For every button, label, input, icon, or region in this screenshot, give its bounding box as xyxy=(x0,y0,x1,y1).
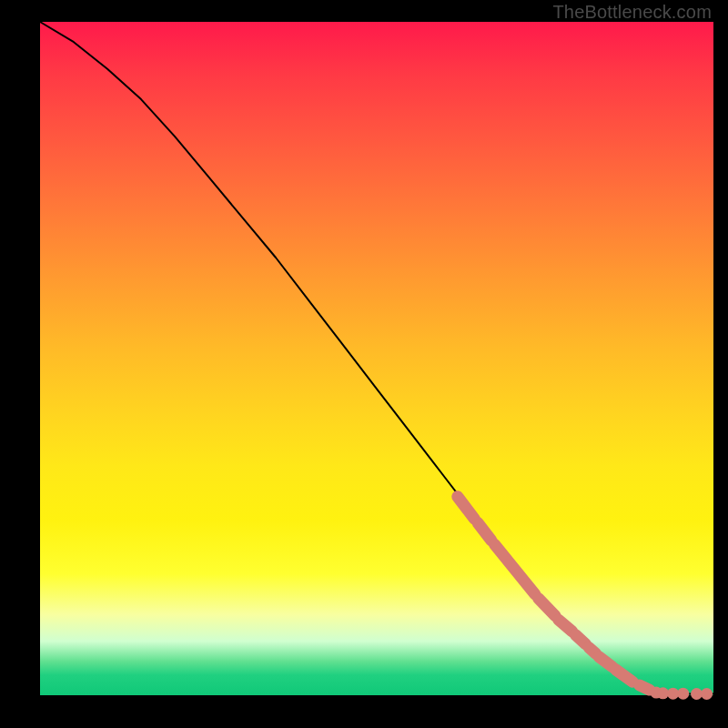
svg-point-12 xyxy=(667,688,679,700)
svg-line-1 xyxy=(478,523,491,541)
watermark-text: TheBottleneck.com xyxy=(552,2,712,23)
svg-line-5 xyxy=(575,634,585,643)
svg-line-9 xyxy=(640,685,650,690)
svg-point-13 xyxy=(677,688,689,700)
svg-point-15 xyxy=(701,688,713,700)
highlight-segments xyxy=(458,497,650,690)
svg-line-0 xyxy=(458,497,475,519)
highlight-dots xyxy=(651,687,713,700)
svg-line-7 xyxy=(599,657,612,667)
curve-line xyxy=(40,22,713,694)
svg-line-2 xyxy=(495,544,535,594)
svg-line-6 xyxy=(589,647,595,653)
plot-area xyxy=(40,22,713,695)
svg-line-8 xyxy=(616,670,633,682)
svg-line-3 xyxy=(539,598,556,615)
chart-container: TheBottleneck.com xyxy=(0,0,728,728)
svg-point-11 xyxy=(657,687,669,699)
chart-svg xyxy=(40,22,713,695)
svg-line-4 xyxy=(559,620,572,632)
svg-point-14 xyxy=(691,688,703,700)
